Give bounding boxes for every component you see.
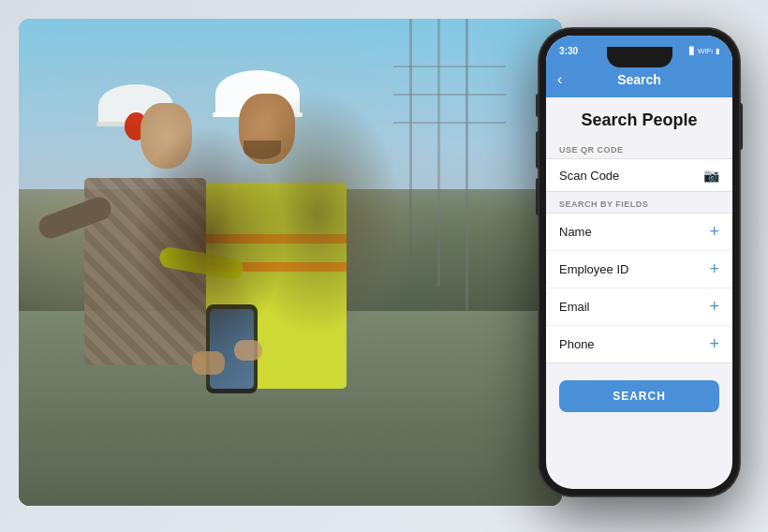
power-button[interactable] [740, 103, 743, 150]
phone-device: 3:30 ▊ WiFi ▮ ‹ Search Search People USE… [539, 28, 740, 496]
volume-down-button[interactable] [536, 178, 539, 215]
scene: 3:30 ▊ WiFi ▮ ‹ Search Search People USE… [0, 0, 768, 532]
search-button[interactable]: SEARCH [559, 380, 719, 412]
content-area: Search People USE QR CODE Scan Code 📷 SE… [546, 97, 732, 420]
signal-icon: ▊ [689, 47, 695, 55]
page-title: Search People [546, 97, 732, 140]
scan-code-row[interactable]: Scan Code 📷 [546, 159, 732, 191]
email-row[interactable]: Email + [546, 288, 732, 326]
background-photo [19, 19, 562, 506]
email-label: Email [559, 300, 702, 314]
phone-notch [607, 47, 672, 67]
volume-up-button[interactable] [536, 131, 539, 169]
phone-row[interactable]: Phone + [546, 326, 732, 362]
employee-id-row[interactable]: Employee ID + [546, 251, 732, 288]
back-button[interactable]: ‹ [557, 71, 562, 88]
mute-button[interactable] [536, 94, 539, 117]
status-time: 3:30 [559, 46, 578, 56]
battery-icon: ▮ [716, 47, 719, 55]
employee-id-label: Employee ID [559, 262, 702, 276]
fields-section-header: SEARCH BY FIELDS [546, 194, 732, 213]
phone-label: Phone [559, 337, 702, 351]
phone-screen: 3:30 ▊ WiFi ▮ ‹ Search Search People USE… [546, 36, 732, 489]
status-icons: ▊ WiFi ▮ [689, 47, 719, 55]
qr-section-header: USE QR CODE [546, 140, 732, 158]
email-add-icon[interactable]: + [709, 297, 719, 317]
employee-id-add-icon[interactable]: + [709, 259, 719, 279]
qr-section: USE QR CODE Scan Code 📷 [546, 140, 732, 192]
camera-icon[interactable]: 📷 [703, 168, 719, 183]
scan-code-group: Scan Code 📷 [546, 158, 732, 192]
phone-add-icon[interactable]: + [709, 334, 719, 354]
name-row[interactable]: Name + [546, 214, 732, 251]
fields-section: SEARCH BY FIELDS Name + Employee ID + Em… [546, 194, 732, 363]
scan-code-label: Scan Code [559, 169, 703, 183]
search-fields-group: Name + Employee ID + Email + Phone [546, 213, 732, 363]
name-label: Name [559, 225, 702, 239]
wifi-icon: WiFi [698, 47, 713, 55]
nav-title: Search [617, 72, 661, 87]
name-add-icon[interactable]: + [709, 222, 719, 242]
